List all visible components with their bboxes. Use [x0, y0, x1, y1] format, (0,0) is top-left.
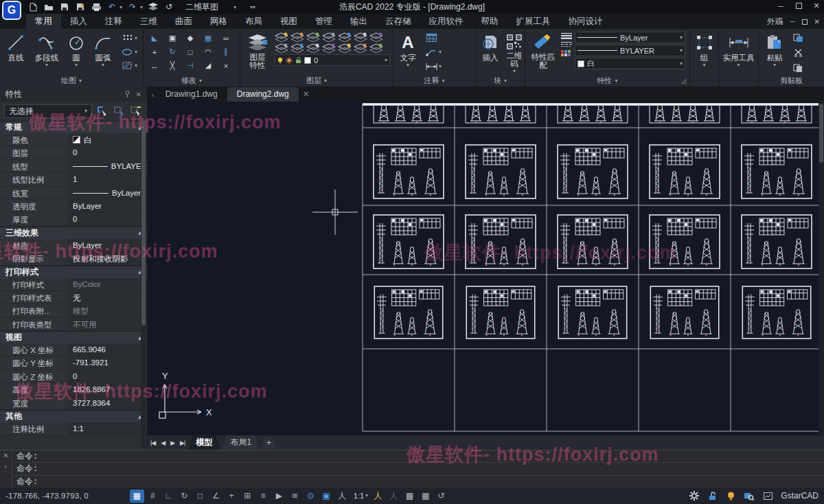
ribbon-tab-插入[interactable]: 插入	[61, 14, 96, 29]
section-header-打印样式[interactable]: 打印样式▴	[0, 266, 147, 278]
lineweight-icon[interactable]: ≡	[256, 490, 271, 503]
copy-icon[interactable]	[790, 62, 805, 75]
select-cursor-icon[interactable]: ▶	[272, 490, 286, 503]
panel-layer-label[interactable]: 图层▾	[240, 76, 393, 86]
doc-restore-button[interactable]	[802, 17, 808, 27]
property-value[interactable]: BYLAYER	[67, 160, 147, 172]
ribbon-tab-云存储[interactable]: 云存储	[376, 14, 420, 29]
command-row[interactable]: 命令:	[12, 450, 824, 463]
layer-tool-icon[interactable]	[290, 43, 304, 53]
section-header-其他[interactable]: 其他▴	[0, 410, 147, 422]
doc-close-button[interactable]: ✕	[814, 18, 820, 25]
property-value[interactable]: ByLayer	[67, 239, 147, 251]
layer-tool-icon[interactable]	[275, 32, 288, 42]
match-properties-button[interactable]: 特性匹配	[528, 30, 558, 73]
command-row[interactable]: 命令:	[12, 463, 824, 475]
section-header-三维效果[interactable]: 三维效果▴	[0, 227, 147, 239]
redo-caret-icon[interactable]: ▾	[140, 4, 143, 10]
command-close-icon[interactable]: ✕	[3, 452, 8, 459]
copy-icon[interactable]: ▣	[165, 32, 180, 45]
extend-icon[interactable]: ⊣	[183, 59, 198, 72]
layer-dropdown[interactable]: 0 ▾	[275, 54, 390, 66]
property-value[interactable]: 665.9046	[67, 343, 147, 356]
layer-tool-icon[interactable]	[275, 43, 288, 53]
object-snap-icon[interactable]: □	[193, 490, 207, 503]
qat-overflow-icon[interactable]: ▾▾	[250, 4, 255, 10]
panel-draw-label[interactable]: 绘图▾	[0, 76, 143, 86]
property-value[interactable]: 无	[67, 291, 147, 303]
group-button[interactable]: 组▾	[692, 31, 717, 73]
undo-caret-icon[interactable]: ▾	[119, 4, 122, 10]
last-layout-icon[interactable]: ▶|	[180, 439, 185, 446]
layer-tool-icon[interactable]	[354, 32, 367, 42]
palette-close-icon[interactable]: ✕	[136, 91, 141, 98]
table-cells-icon[interactable]: ▦	[418, 490, 433, 503]
quick-select-icon[interactable]	[113, 104, 126, 118]
ortho-icon[interactable]: ∟	[161, 490, 176, 503]
isolate-objects-icon[interactable]: ≋	[288, 490, 302, 503]
panel-properties-label[interactable]: 特性▾◿	[525, 76, 689, 86]
cut-icon[interactable]	[790, 47, 805, 60]
insert-block-button[interactable]: 插入	[479, 31, 502, 73]
annotation-scale-value[interactable]: 1:1▾	[351, 490, 369, 503]
lineweight-list-icon[interactable]	[561, 33, 572, 39]
panel-launcher-icon[interactable]: ◿	[681, 78, 686, 84]
annotation-visibility-icon[interactable]: 人	[371, 490, 385, 503]
color-dropdown[interactable]: 白▾	[575, 58, 685, 69]
palette-header[interactable]: 特性 ✕	[0, 87, 147, 102]
toggle-pickadd-icon[interactable]	[129, 104, 143, 118]
property-value[interactable]: ByLayer	[67, 187, 147, 199]
layer-tool-icon[interactable]	[322, 32, 336, 42]
new-layout-tab[interactable]: +	[261, 437, 277, 449]
ribbon-tab-三维[interactable]: 三维	[131, 14, 166, 29]
selection-dropdown[interactable]: 无选择▾	[4, 104, 92, 118]
ribbon-tab-网格[interactable]: 网格	[201, 14, 236, 29]
ribbon-tab-注释[interactable]: 注释	[96, 14, 131, 29]
linetype-dropdown[interactable]: BYLAYER▾	[575, 45, 685, 56]
ribbon-tab-输出[interactable]: 输出	[341, 14, 376, 29]
object-track-icon[interactable]: ⊞	[240, 490, 255, 503]
grid-display-icon[interactable]: #	[146, 490, 160, 503]
annotation-auto-icon[interactable]: 人	[387, 490, 401, 503]
property-value[interactable]: 不可用	[67, 318, 147, 330]
panel-block-label[interactable]: 块▾	[476, 76, 525, 86]
scale-icon[interactable]: □	[183, 45, 198, 58]
minimize-button[interactable]: ─	[776, 2, 786, 10]
draw-more-row1[interactable]: ▾	[119, 32, 137, 45]
arc-button[interactable]: 圆弧▾	[89, 31, 117, 73]
layer-tool-icon[interactable]	[369, 43, 383, 53]
layer-tool-icon[interactable]	[306, 43, 320, 53]
fullscreen-icon[interactable]	[762, 490, 774, 503]
doc-tabs-scroll-left-icon[interactable]: ‹	[152, 91, 154, 99]
color-grid-icon[interactable]	[561, 50, 572, 57]
circle-button[interactable]: 圆▾	[65, 31, 88, 73]
next-layout-icon[interactable]: ▶	[170, 439, 174, 446]
explode-icon[interactable]: ×	[218, 59, 233, 72]
panel-annotate-label[interactable]: 注释▾	[393, 76, 475, 86]
property-value[interactable]: 1826.8867	[67, 383, 147, 396]
quick-properties-icon[interactable]: ▣	[319, 490, 334, 503]
table-tool[interactable]	[424, 32, 442, 45]
redo-icon[interactable]: ↷	[127, 2, 138, 12]
section-header-视图[interactable]: 视图▴	[0, 331, 147, 343]
gstarcad-logo-icon[interactable]: G	[2, 1, 21, 20]
property-value[interactable]: 模型	[67, 304, 147, 317]
ribbon-tab-常用[interactable]: 常用	[26, 14, 61, 29]
doc-tab-close-icon[interactable]: ✕	[303, 89, 310, 99]
search-help-icon[interactable]	[743, 490, 755, 503]
new-file-icon[interactable]	[27, 2, 38, 12]
command-history[interactable]: 命令:命令:命令:	[12, 450, 824, 488]
qrcode-button[interactable]: 二维码▾	[504, 31, 525, 73]
command-pin-icon[interactable]: ▪	[5, 463, 7, 470]
panel-modify-label[interactable]: 修改▾	[144, 76, 240, 86]
property-value[interactable]: ByLayer	[67, 200, 147, 212]
leader-tool[interactable]: ▾	[424, 46, 442, 59]
layer-tool-icon[interactable]	[290, 32, 304, 42]
layer-tool-icon[interactable]	[338, 43, 352, 53]
rotate-icon[interactable]: ↻	[165, 45, 180, 58]
layer-tool-icon[interactable]	[306, 32, 320, 42]
restore-button[interactable]	[794, 2, 803, 10]
zoom-icon[interactable]: ⊙	[304, 490, 318, 503]
ribbon-tab-帮助[interactable]: 帮助	[472, 14, 507, 29]
property-value[interactable]: 0	[67, 370, 147, 382]
